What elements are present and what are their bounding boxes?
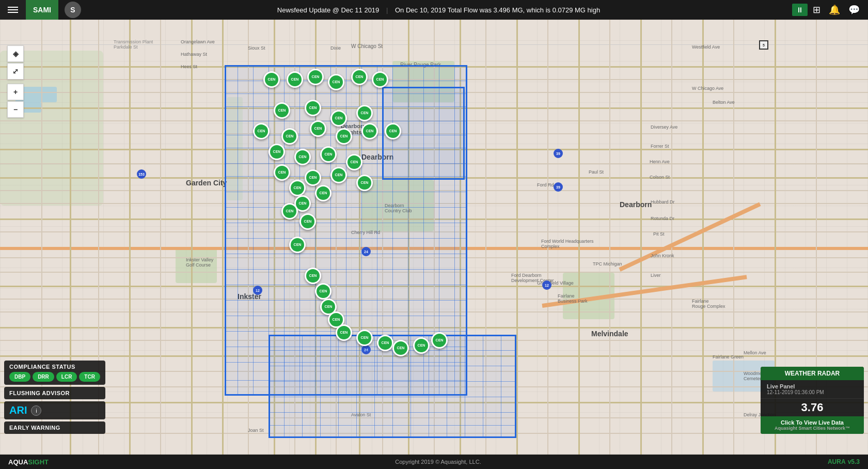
highway-153-shield-1: 153 <box>137 169 146 179</box>
layers-button[interactable]: ◈ <box>7 45 24 62</box>
sensor-marker-s21[interactable]: CEN <box>274 164 290 181</box>
early-warning-panel[interactable]: EARLY WARNING <box>4 421 105 434</box>
badge-dbp[interactable]: DBP <box>9 372 30 382</box>
interstate-5-shield: 5 <box>759 40 768 50</box>
sensor-marker-s37[interactable]: CEN <box>377 335 393 351</box>
badge-lcr[interactable]: LCR <box>56 372 77 382</box>
sensor-marker-s14[interactable]: CEN <box>336 128 352 145</box>
pause-button[interactable]: ⏸ <box>792 4 808 16</box>
live-panel-section: Live Panel 12-11-2019 01:36:00 PM <box>761 380 864 399</box>
newsfeed-ticker: Newsfeed Update @ Dec 11 2019 | On Dec 1… <box>85 6 792 14</box>
footer-copyright: Copyright 2019 © Aquasight, LLC. <box>395 459 481 465</box>
sensor-marker-s11[interactable]: CEN <box>253 123 270 139</box>
map-controls: ◈ ⤢ + − <box>7 45 24 118</box>
fullscreen-button[interactable]: ⤢ <box>7 63 24 80</box>
sensor-marker-s28[interactable]: CEN <box>281 203 298 220</box>
menu-button[interactable] <box>0 0 26 20</box>
sensor-marker-s32[interactable]: CEN <box>315 283 332 300</box>
sensor-marker-s18[interactable]: CEN <box>294 149 311 165</box>
sensor-marker-s24[interactable]: CEN <box>356 175 373 191</box>
weather-radar-panel: WEATHER RADAR Live Panel 12-11-2019 01:3… <box>761 367 864 434</box>
footer-version: AURA v5.3 <box>828 458 860 465</box>
brand-logo: SAMI <box>26 0 58 20</box>
user-avatar[interactable]: S <box>65 2 81 18</box>
flushing-title: FLUSHING ADVISOR <box>9 390 100 396</box>
ari-label: ARI <box>9 404 27 416</box>
highway-39-shield: 39 <box>554 149 563 158</box>
sensor-marker-s31[interactable]: CEN <box>305 268 321 284</box>
flushing-advisor-panel[interactable]: FLUSHING ADVISOR <box>4 387 105 399</box>
live-panel-value: 3.76 <box>761 399 864 416</box>
sensor-marker-s29[interactable]: CEN <box>299 213 316 230</box>
sensor-marker-s3[interactable]: CEN <box>307 69 324 85</box>
sensor-marker-s13[interactable]: CEN <box>310 120 326 137</box>
map-area[interactable]: Dearborn Transmission PlantParkdale St G… <box>0 20 868 455</box>
settings-icon[interactable]: ⊞ <box>810 3 824 17</box>
sensor-marker-s15[interactable]: CEN <box>361 123 378 139</box>
ari-info-button[interactable]: i <box>31 405 41 416</box>
sensor-marker-s1[interactable]: CEN <box>263 71 280 88</box>
footer: AQUASIGHT Copyright 2019 © Aquasight, LL… <box>0 455 868 469</box>
bell-icon[interactable]: 🔔 <box>826 3 843 17</box>
sensor-marker-s26[interactable]: CEN <box>315 185 332 201</box>
sensor-marker-s30[interactable]: CEN <box>289 237 306 253</box>
golf-course-area <box>176 247 217 283</box>
highway-39-shield-2: 39 <box>554 182 563 192</box>
sensor-marker-s9[interactable]: CEN <box>330 110 347 127</box>
network-brand: Aquasight Smart Cities Network™ <box>767 426 858 431</box>
sensor-marker-s6[interactable]: CEN <box>372 71 388 88</box>
sensor-marker-s5[interactable]: CEN <box>351 69 368 85</box>
sensor-marker-s2[interactable]: CEN <box>287 71 303 88</box>
nav-right-controls: ⏸ ⊞ 🔔 💬 <box>792 3 868 17</box>
sensor-marker-s7[interactable]: CEN <box>274 102 290 119</box>
sensor-marker-s22[interactable]: CEN <box>305 169 321 186</box>
sensor-marker-s39[interactable]: CEN <box>413 337 430 354</box>
compliance-badges: DBP DRR LCR TCR <box>9 372 100 382</box>
sensor-marker-s4[interactable]: CEN <box>328 74 344 90</box>
compliance-title: COMPLIANCE STATUS <box>9 364 100 370</box>
compliance-status-panel: COMPLIANCE STATUS DBP DRR LCR TCR <box>4 361 105 385</box>
map-background: Dearborn Transmission PlantParkdale St G… <box>0 20 868 455</box>
badge-tcr[interactable]: TCR <box>79 372 100 382</box>
sensor-marker-s19[interactable]: CEN <box>320 146 337 163</box>
sensor-marker-s8[interactable]: CEN <box>305 100 321 116</box>
sensor-marker-s10[interactable]: CEN <box>356 105 373 121</box>
click-live-data-button[interactable]: Click To View Live Data Aquasight Smart … <box>761 416 864 434</box>
sensor-marker-s12[interactable]: CEN <box>281 128 298 145</box>
ari-panel: ARI i <box>4 401 105 419</box>
bottom-left-panels: COMPLIANCE STATUS DBP DRR LCR TCR FLUSHI… <box>4 361 105 434</box>
sensor-marker-s36[interactable]: CEN <box>356 330 373 346</box>
sensor-marker-s25[interactable]: CEN <box>289 180 306 196</box>
live-panel-label: Live Panel <box>767 383 858 389</box>
sensor-marker-s17[interactable]: CEN <box>269 144 285 160</box>
live-panel-date: 12-11-2019 01:36:00 PM <box>767 389 858 395</box>
badge-drr[interactable]: DRR <box>33 372 54 382</box>
weather-radar-header: WEATHER RADAR <box>761 367 864 380</box>
sensor-marker-s23[interactable]: CEN <box>330 167 347 183</box>
zoom-out-button[interactable]: − <box>7 101 24 118</box>
highway-12-shield-2: 12 <box>542 280 551 290</box>
chat-icon[interactable]: 💬 <box>845 3 863 17</box>
footer-brand: AQUASIGHT <box>8 458 49 466</box>
sensor-marker-s38[interactable]: CEN <box>392 340 409 356</box>
sensor-marker-s35[interactable]: CEN <box>336 324 352 341</box>
sensor-marker-s40[interactable]: CEN <box>431 332 448 349</box>
zoom-in-button[interactable]: + <box>7 84 24 100</box>
navbar: SAMI S Newsfeed Update @ Dec 11 2019 | O… <box>0 0 868 20</box>
sensor-marker-s16[interactable]: CEN <box>385 123 401 139</box>
early-warning-title: EARLY WARNING <box>9 425 100 431</box>
sensor-marker-s20[interactable]: CEN <box>346 154 362 170</box>
